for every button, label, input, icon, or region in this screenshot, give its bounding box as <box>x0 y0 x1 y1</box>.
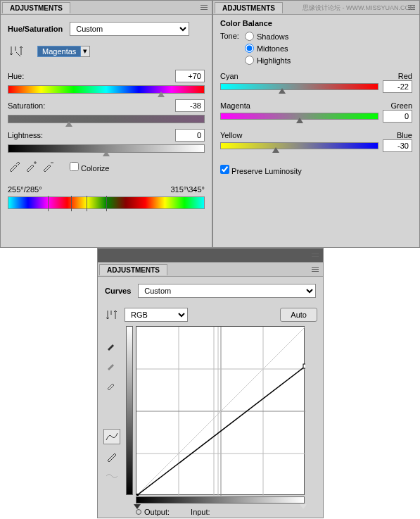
cyan-red-thumb[interactable] <box>279 88 286 94</box>
tone-midtones-radio[interactable]: Midtones <box>245 44 291 53</box>
hue-thumb[interactable] <box>158 92 165 97</box>
cv-tab-bar: ADJUSTMENTS <box>98 263 323 277</box>
tone-shadows-radio[interactable]: Shadows <box>245 32 291 41</box>
eyedropper-icon[interactable] <box>8 160 22 174</box>
svg-rect-9 <box>136 494 139 496</box>
yellow-blue-input[interactable] <box>383 139 412 152</box>
white-point-handle[interactable] <box>300 504 307 509</box>
curves-panel: ADJUSTMENTS Curves Custom RGB Auto <box>97 248 324 518</box>
hue-range-strip[interactable] <box>8 196 205 209</box>
cyan-red-input[interactable] <box>383 80 412 93</box>
saturation-input[interactable] <box>175 99 205 112</box>
blue-label: Blue <box>397 131 412 139</box>
edit-dropdown[interactable]: Magentas <box>37 46 81 57</box>
eyedropper-gray-icon[interactable] <box>103 357 120 373</box>
hue-slider[interactable] <box>8 85 205 94</box>
lightness-label: Lightness: <box>8 131 43 139</box>
color-balance-panel: ADJUSTMENTS 思缘设计论坛 - WWW.MISSYUAN.COM Co… <box>212 0 420 248</box>
range-right: 315°\345° <box>170 185 205 194</box>
tone-highlights-radio[interactable]: Highlights <box>245 56 291 65</box>
curves-graph[interactable] <box>136 326 305 495</box>
eyedropper-black-icon[interactable] <box>103 337 120 353</box>
magenta-green-thumb[interactable] <box>296 118 303 123</box>
saturation-slider[interactable] <box>8 115 205 123</box>
preserve-luminosity-checkbox[interactable]: Preserve Luminosity <box>220 167 302 175</box>
input-gradient <box>136 496 305 504</box>
tone-label: Tone: <box>220 32 239 40</box>
curve-smooth-icon <box>103 468 120 484</box>
input-label: Input: <box>191 508 210 516</box>
output-gradient <box>126 326 133 495</box>
saturation-thumb[interactable] <box>65 121 72 127</box>
range-left: 255°/285° <box>8 185 42 194</box>
panel-menu-icon[interactable] <box>199 4 209 12</box>
hs-preset-select[interactable]: Custom <box>70 22 189 36</box>
eyedropper-minus-icon[interactable] <box>42 160 56 174</box>
yellow-blue-thumb[interactable] <box>272 147 279 153</box>
yellow-label: Yellow <box>220 131 242 139</box>
lightness-thumb[interactable] <box>103 151 110 156</box>
eyedropper-plus-icon[interactable] <box>25 160 39 174</box>
black-point-handle[interactable] <box>134 504 141 509</box>
watermark-text: 思缘设计论坛 - WWW.MISSYUAN.COM <box>303 4 415 13</box>
adjustments-tab[interactable]: ADJUSTMENTS <box>215 2 283 13</box>
hue-input[interactable] <box>175 70 205 82</box>
adjustments-tab[interactable]: ADJUSTMENTS <box>2 2 70 13</box>
auto-button[interactable]: Auto <box>280 308 317 322</box>
output-dot-icon <box>136 509 141 515</box>
cyan-label: Cyan <box>220 72 238 80</box>
curve-pencil-tool-icon[interactable] <box>103 449 120 464</box>
hue-label: Hue: <box>8 72 24 80</box>
green-label: Green <box>390 101 412 110</box>
panel-close-icon[interactable] <box>310 251 320 260</box>
magenta-label: Magenta <box>220 101 250 110</box>
hs-tab-bar: ADJUSTMENTS <box>1 1 212 15</box>
cyan-red-slider[interactable] <box>220 83 378 90</box>
targeted-adjust-icon[interactable] <box>103 308 120 323</box>
cv-preset-select[interactable]: Custom <box>138 284 316 298</box>
hue-saturation-panel: ADJUSTMENTS Hue/Saturation Custom Magent… <box>0 0 212 248</box>
chevron-down-icon[interactable]: ▾ <box>81 46 90 57</box>
targeted-adjust-icon[interactable] <box>8 43 25 60</box>
eyedropper-white-icon[interactable] <box>103 377 120 392</box>
lightness-slider[interactable] <box>8 144 205 153</box>
channel-select[interactable]: RGB <box>125 308 188 322</box>
cb-title: Color Balance <box>220 19 412 27</box>
output-label: Output: <box>144 508 170 516</box>
magenta-green-slider[interactable] <box>220 113 378 120</box>
yellow-blue-slider[interactable] <box>220 142 378 149</box>
red-label: Red <box>398 72 412 80</box>
curve-point-tool-icon[interactable] <box>103 429 120 444</box>
hs-title: Hue/Saturation <box>8 25 63 33</box>
saturation-label: Saturation: <box>8 101 45 110</box>
cv-title: Curves <box>105 287 131 295</box>
lightness-input[interactable] <box>175 129 205 142</box>
magenta-green-input[interactable] <box>383 110 412 123</box>
colorize-checkbox[interactable]: Colorize <box>70 162 109 173</box>
panel-menu-icon[interactable] <box>310 265 320 274</box>
cv-dark-bar <box>98 249 323 263</box>
adjustments-tab[interactable]: ADJUSTMENTS <box>99 264 167 275</box>
svg-rect-10 <box>303 364 305 368</box>
